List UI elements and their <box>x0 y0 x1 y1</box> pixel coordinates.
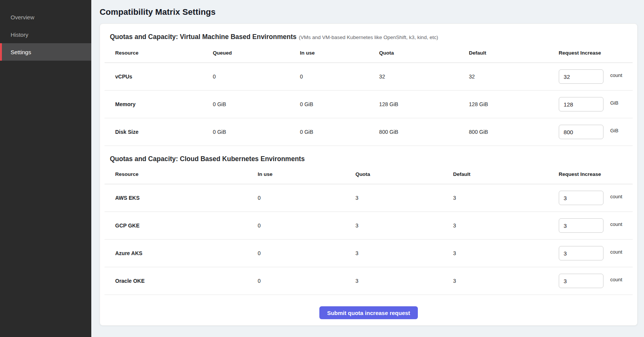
column-header-in-use: In use <box>258 168 355 184</box>
queued-cell: 0 <box>213 63 300 91</box>
request-increase-input[interactable] <box>559 218 603 233</box>
resource-cell: GCP GKE <box>105 212 258 240</box>
table-row-vcpus: vCPUs 0 0 32 32 count <box>105 63 633 91</box>
default-cell: 32 <box>469 63 559 91</box>
default-cell: 3 <box>453 240 559 267</box>
vm-section-subtitle: (VMs and VM-based Kubernetes like OpenSh… <box>299 34 438 40</box>
resource-cell: Disk Size <box>105 118 213 146</box>
sidebar-item-label: Overview <box>11 14 34 20</box>
main-content: Compatibility Matrix Settings Quotas and… <box>91 0 644 337</box>
sidebar-item-settings[interactable]: Settings <box>0 43 91 61</box>
page-title: Compatibility Matrix Settings <box>100 7 638 17</box>
submit-quota-button[interactable]: Submit quota increase request <box>319 306 417 319</box>
request-increase-cell: GiB <box>559 118 633 146</box>
vm-section-heading: Quotas and Capacity: Virtual Machine Bas… <box>110 33 297 41</box>
resource-cell: AWS EKS <box>105 184 258 212</box>
in-use-cell: 0 GiB <box>300 91 379 118</box>
in-use-cell: 0 <box>258 212 355 240</box>
in-use-cell: 0 <box>258 240 355 267</box>
vm-quotas-table: Resource Queued In use Quota Default Req… <box>105 44 633 146</box>
vm-table-header-row: Resource Queued In use Quota Default Req… <box>105 44 633 63</box>
quota-cell: 3 <box>355 184 453 212</box>
cloud-section-title: Quotas and Capacity: Cloud Based Kuberne… <box>105 155 633 163</box>
column-header-request-increase: Request Increase <box>559 44 633 63</box>
request-increase-cell: count <box>559 240 633 267</box>
quota-cell: 128 GiB <box>379 91 469 118</box>
request-increase-input[interactable] <box>559 191 603 205</box>
resource-cell: vCPUs <box>105 63 213 91</box>
queued-cell: 0 GiB <box>213 91 300 118</box>
active-indicator <box>0 43 2 61</box>
request-increase-cell: count <box>559 212 633 240</box>
sidebar-item-label: History <box>11 31 28 38</box>
sidebar: Overview History Settings <box>0 0 91 337</box>
unit-label: GiB <box>610 128 619 133</box>
table-row-azure-aks: Azure AKS 0 3 3 count <box>105 240 633 267</box>
quota-cell: 3 <box>355 240 453 267</box>
request-increase-input[interactable] <box>559 274 603 288</box>
unit-label: count <box>610 194 622 199</box>
column-header-quota: Quota <box>379 44 469 63</box>
sidebar-nav: Overview History Settings <box>0 8 91 61</box>
column-header-request-increase: Request Increase <box>559 168 633 184</box>
request-increase-input[interactable] <box>559 246 603 260</box>
column-header-queued: Queued <box>213 44 300 63</box>
cloud-quotas-table: Resource In use Quota Default Request In… <box>105 168 633 295</box>
column-header-resource: Resource <box>105 44 213 63</box>
vm-quotas-section: Quotas and Capacity: Virtual Machine Bas… <box>105 33 633 146</box>
request-increase-cell: count <box>559 63 633 91</box>
quota-cell: 3 <box>355 212 453 240</box>
in-use-cell: 0 <box>258 267 355 295</box>
quota-cell: 800 GiB <box>379 118 469 146</box>
sidebar-item-history[interactable]: History <box>0 26 91 43</box>
request-increase-cell: GiB <box>559 91 633 118</box>
queued-cell: 0 GiB <box>213 118 300 146</box>
default-cell: 3 <box>453 267 559 295</box>
cloud-table-header-row: Resource In use Quota Default Request In… <box>105 168 633 184</box>
column-header-default: Default <box>469 44 559 63</box>
table-row-gcp-gke: GCP GKE 0 3 3 count <box>105 212 633 240</box>
unit-label: count <box>610 72 622 78</box>
column-header-resource: Resource <box>105 168 258 184</box>
default-cell: 800 GiB <box>469 118 559 146</box>
table-row-memory: Memory 0 GiB 0 GiB 128 GiB 128 GiB GiB <box>105 91 633 118</box>
request-increase-input[interactable] <box>559 97 603 111</box>
unit-label: count <box>610 221 622 227</box>
cloud-quotas-section: Quotas and Capacity: Cloud Based Kuberne… <box>105 155 633 295</box>
request-increase-input[interactable] <box>559 125 603 139</box>
quota-cell: 3 <box>355 267 453 295</box>
request-increase-cell: count <box>559 184 633 212</box>
column-header-in-use: In use <box>300 44 379 63</box>
unit-label: count <box>610 249 622 255</box>
in-use-cell: 0 <box>300 63 379 91</box>
sidebar-item-label: Settings <box>11 49 31 55</box>
unit-label: count <box>610 277 622 282</box>
resource-cell: Azure AKS <box>105 240 258 267</box>
settings-card: Quotas and Capacity: Virtual Machine Bas… <box>100 24 638 326</box>
default-cell: 128 GiB <box>469 91 559 118</box>
column-header-quota: Quota <box>355 168 453 184</box>
default-cell: 3 <box>453 212 559 240</box>
resource-cell: Memory <box>105 91 213 118</box>
table-row-disk-size: Disk Size 0 GiB 0 GiB 800 GiB 800 GiB Gi… <box>105 118 633 146</box>
resource-cell: Oracle OKE <box>105 267 258 295</box>
table-row-aws-eks: AWS EKS 0 3 3 count <box>105 184 633 212</box>
table-row-oracle-oke: Oracle OKE 0 3 3 count <box>105 267 633 295</box>
cloud-section-heading: Quotas and Capacity: Cloud Based Kuberne… <box>110 155 305 163</box>
sidebar-item-overview[interactable]: Overview <box>0 8 91 26</box>
unit-label: GiB <box>610 100 619 106</box>
default-cell: 3 <box>453 184 559 212</box>
in-use-cell: 0 <box>258 184 355 212</box>
in-use-cell: 0 GiB <box>300 118 379 146</box>
request-increase-input[interactable] <box>559 69 603 84</box>
vm-section-title: Quotas and Capacity: Virtual Machine Bas… <box>105 33 633 41</box>
submit-row: Submit quota increase request <box>105 295 633 319</box>
request-increase-cell: count <box>559 267 633 295</box>
column-header-default: Default <box>453 168 559 184</box>
quota-cell: 32 <box>379 63 469 91</box>
